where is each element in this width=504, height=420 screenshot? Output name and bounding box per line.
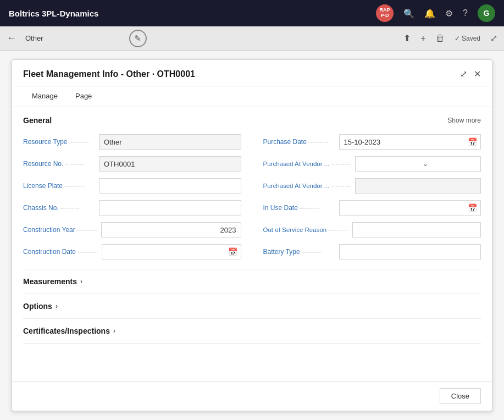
in-use-date-input[interactable]: 📅	[339, 200, 481, 215]
construction-date-label: Construction Date	[23, 248, 97, 256]
license-plate-row: License Plate	[23, 178, 241, 194]
breadcrumb: Other	[25, 34, 43, 42]
rap-avatar-text: RAPP·D	[380, 8, 390, 19]
purchased-vendor-value	[356, 162, 419, 166]
construction-year-row: Construction Year	[23, 222, 241, 238]
certificates-section[interactable]: Certificates/Inspections ›	[23, 319, 481, 344]
fleet-management-panel: Fleet Management Info - Other · OTH0001 …	[12, 59, 492, 411]
panel-body: General Show more Resource Type Purchase…	[12, 107, 492, 381]
resource-type-label: Resource Type	[23, 138, 95, 146]
main-content: Fleet Management Info - Other · OTH0001 …	[0, 51, 504, 420]
general-section-title: General	[23, 116, 52, 125]
options-chevron-icon: ›	[56, 302, 58, 310]
resource-no-input[interactable]	[99, 156, 241, 172]
general-section: General Show more Resource Type Purchase…	[23, 107, 481, 269]
out-of-service-label: Out of Service Reason	[263, 226, 348, 233]
in-use-date-row: In Use Date 📅	[263, 200, 481, 216]
close-button[interactable]: Close	[440, 388, 481, 404]
back-button[interactable]: ←	[7, 32, 16, 44]
battery-type-input[interactable]	[339, 244, 481, 259]
saved-status: ✓ Saved	[455, 35, 480, 42]
panel-header: Fleet Management Info - Other · OTH0001 …	[12, 60, 492, 86]
nav-icons: RAPP·D 🔍 🔔 ⚙ ? G	[376, 4, 495, 22]
battery-type-label: Battery Type	[263, 248, 335, 256]
in-use-date-calendar-icon[interactable]: 📅	[464, 203, 480, 212]
expand-icon[interactable]: ⤢	[490, 33, 497, 43]
purchased-vendor-text-input[interactable]	[355, 178, 481, 194]
add-icon[interactable]: +	[420, 34, 425, 43]
help-icon[interactable]: ?	[463, 8, 468, 18]
chassis-no-row: Chassis No.	[23, 200, 241, 216]
chassis-no-label: Chassis No.	[23, 204, 95, 212]
toolbar-action-icons: ⬆ + 🗑 ✓ Saved ⤢	[403, 33, 497, 43]
panel-title: Fleet Management Info - Other · OTH0001	[23, 69, 195, 79]
user-avatar-letter: G	[484, 9, 490, 18]
show-more-button[interactable]: Show more	[447, 117, 481, 124]
panel-tabs: Manage Page	[12, 86, 492, 107]
construction-date-input[interactable]: 📅	[102, 244, 241, 259]
license-plate-input[interactable]	[99, 178, 241, 194]
certificates-chevron-icon: ›	[113, 327, 115, 335]
resource-type-row: Resource Type	[23, 134, 241, 150]
panel-close-icon[interactable]: ✕	[474, 69, 481, 79]
measurements-label: Measurements	[23, 277, 77, 286]
resource-no-row: Resource No.	[23, 156, 241, 172]
panel-footer: Close	[12, 381, 492, 411]
purchase-date-calendar-icon[interactable]: 📅	[464, 137, 480, 146]
purchase-date-label: Purchase Date	[263, 138, 335, 146]
resource-no-label: Resource No.	[23, 160, 95, 168]
purchase-date-field[interactable]	[340, 136, 465, 148]
in-use-date-label: In Use Date	[263, 204, 335, 212]
measurements-section[interactable]: Measurements ›	[23, 269, 481, 294]
options-section[interactable]: Options ›	[23, 294, 481, 319]
share-icon[interactable]: ⬆	[403, 33, 411, 43]
measurements-chevron-icon: ›	[80, 278, 82, 285]
gear-icon[interactable]: ⚙	[445, 8, 453, 19]
construction-date-calendar-icon[interactable]: 📅	[225, 247, 241, 256]
rap-avatar[interactable]: RAPP·D	[376, 4, 394, 22]
measurements-title: Measurements ›	[23, 277, 481, 286]
top-navbar: Boltrics 3PL-Dynamics RAPP·D 🔍 🔔 ⚙ ? G	[0, 0, 504, 26]
out-of-service-row: Out of Service Reason	[263, 222, 481, 238]
construction-date-field[interactable]	[102, 246, 224, 258]
panel-header-actions: ⤢ ✕	[460, 69, 481, 79]
tab-page[interactable]: Page	[67, 86, 101, 107]
general-form-grid: Resource Type Purchase Date 📅 Resource	[23, 134, 481, 260]
construction-date-row: Construction Date 📅	[23, 244, 241, 260]
edit-icon[interactable]: ✎	[129, 30, 147, 47]
general-section-header: General Show more	[23, 116, 481, 125]
search-icon[interactable]: 🔍	[403, 8, 414, 19]
app-title: Boltrics 3PL-Dynamics	[9, 9, 376, 18]
purchased-vendor-select[interactable]: ⌄	[355, 156, 481, 172]
maximize-icon[interactable]: ⤢	[460, 69, 467, 79]
resource-type-input[interactable]	[99, 134, 241, 150]
bell-icon[interactable]: 🔔	[424, 8, 435, 19]
dropdown-arrow-icon: ⌄	[419, 160, 480, 168]
options-label: Options	[23, 302, 52, 311]
certificates-title: Certificates/Inspections ›	[23, 327, 481, 335]
purchased-vendor-text-label: Purchased At Vendor ...	[263, 183, 351, 189]
purchased-vendor-select-label: Purchased At Vendor ...	[263, 161, 351, 167]
purchased-vendor-select-row: Purchased At Vendor ... ⌄	[263, 156, 481, 172]
purchase-date-row: Purchase Date 📅	[263, 134, 481, 150]
purchase-date-input[interactable]: 📅	[339, 134, 481, 150]
secondary-toolbar: ← Other ✎ ⬆ + 🗑 ✓ Saved ⤢	[0, 26, 504, 51]
certificates-label: Certificates/Inspections	[23, 327, 110, 335]
out-of-service-input[interactable]	[352, 222, 481, 237]
battery-type-row: Battery Type	[263, 244, 481, 260]
delete-icon[interactable]: 🗑	[436, 34, 445, 43]
purchased-vendor-text-row: Purchased At Vendor ...	[263, 178, 481, 194]
tab-manage[interactable]: Manage	[23, 86, 67, 107]
options-title: Options ›	[23, 302, 481, 311]
license-plate-label: License Plate	[23, 182, 95, 190]
construction-year-label: Construction Year	[23, 226, 97, 234]
construction-year-input[interactable]	[101, 222, 241, 237]
user-avatar[interactable]: G	[478, 4, 495, 22]
chassis-no-input[interactable]	[99, 200, 241, 215]
in-use-date-field[interactable]	[340, 202, 465, 214]
